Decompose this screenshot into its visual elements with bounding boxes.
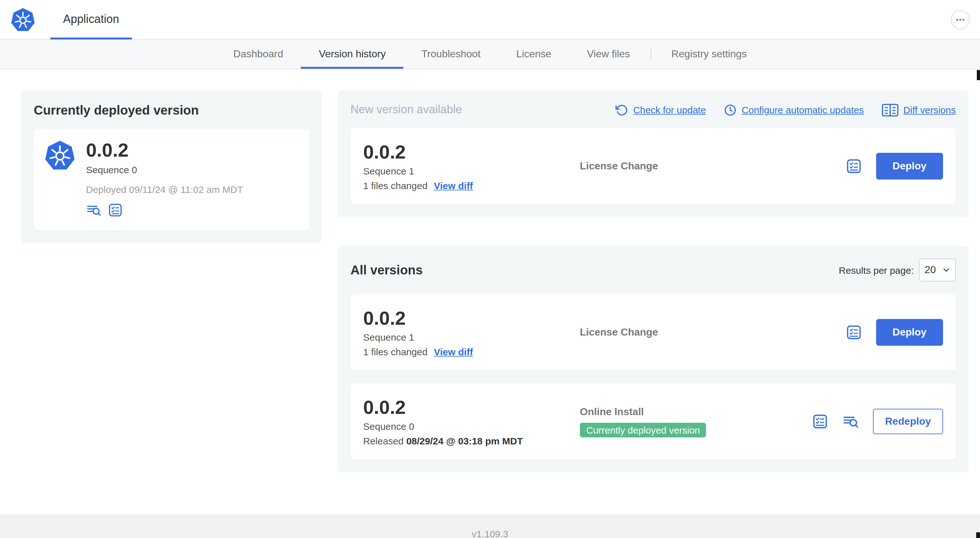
- check-for-update-label: Check for update: [633, 105, 706, 115]
- current-version-sequence: Sequence 0: [86, 164, 137, 175]
- view-diff-link[interactable]: View diff: [434, 347, 473, 357]
- files-changed: 1 files changed: [363, 347, 428, 357]
- version-number: 0.0.2: [363, 397, 580, 419]
- log-magnifier-icon: [86, 202, 101, 217]
- more-menu-button[interactable]: [951, 10, 970, 29]
- checklist-icon: [108, 202, 123, 217]
- new-version-panel: New version available Check for update C…: [338, 90, 969, 217]
- refresh-icon: [615, 103, 628, 116]
- screen-edge-artifact: [976, 532, 980, 538]
- tab-application[interactable]: Application: [50, 0, 132, 39]
- all-versions-panel: All versions Results per page: 20 0.0.2: [338, 246, 969, 473]
- diff-versions-link[interactable]: Diff versions: [881, 103, 956, 116]
- currently-deployed-title: Currently deployed version: [34, 103, 309, 118]
- nav-tab-troubleshoot[interactable]: Troubleshoot: [404, 40, 499, 69]
- view-deploy-logs-button[interactable]: [86, 202, 101, 217]
- version-sequence: Sequence 0: [363, 421, 580, 432]
- chevron-down-icon: [942, 266, 950, 274]
- nav-divider: [650, 48, 651, 60]
- nav-tab-label: Version history: [319, 48, 386, 60]
- version-source: Online Install: [580, 406, 812, 417]
- ellipsis-icon: [954, 13, 967, 26]
- active-tab-underline: [50, 38, 132, 40]
- nav-tab-registry-settings[interactable]: Registry settings: [654, 40, 765, 69]
- version-list: 0.0.2 Sequence 1 1 files changed View di…: [350, 294, 956, 460]
- version-row: 0.0.2 Sequence 0 Released 08/29/24 @ 03:…: [350, 383, 956, 460]
- version-source: License Change: [580, 327, 658, 338]
- version-history-column: New version available Check for update C…: [338, 90, 969, 473]
- kubernetes-logo-icon: [44, 140, 76, 171]
- all-versions-title: All versions: [350, 263, 423, 277]
- nav-tab-license[interactable]: License: [498, 40, 569, 69]
- release-notes-button[interactable]: [845, 158, 862, 175]
- view-diff-link[interactable]: View diff: [434, 181, 473, 191]
- results-per-page-label: Results per page:: [839, 265, 914, 275]
- release-notes-button[interactable]: [845, 324, 862, 341]
- current-version-card: 0.0.2 Sequence 0 Deployed 09/11/24 @ 11:…: [34, 129, 309, 230]
- files-changed: 1 files changed: [363, 181, 428, 191]
- nav-tab-label: Registry settings: [671, 48, 747, 60]
- checklist-icon: [845, 324, 862, 341]
- clock-icon: [724, 103, 737, 116]
- new-version-row: 0.0.2 Sequence 1 1 files changed View di…: [350, 128, 956, 205]
- release-notes-button[interactable]: [812, 413, 828, 430]
- version-number: 0.0.2: [363, 141, 580, 163]
- released-timestamp: Released 08/29/24 @ 03:18 pm MDT: [363, 436, 580, 447]
- nav-tab-label: View files: [587, 48, 630, 60]
- deploy-button[interactable]: Deploy: [876, 319, 943, 346]
- checklist-icon: [812, 413, 828, 430]
- deploy-button[interactable]: Deploy: [876, 153, 943, 179]
- view-deploy-logs-button[interactable]: [842, 413, 859, 430]
- nav-tab-label: Dashboard: [233, 48, 283, 60]
- nav-tab-label: Troubleshoot: [422, 48, 481, 60]
- version-row: 0.0.2 Sequence 1 1 files changed View di…: [350, 294, 956, 371]
- results-per-page-value: 20: [924, 264, 936, 276]
- currently-deployed-panel: Currently deployed version 0.0.2 Sequenc…: [21, 90, 322, 243]
- checklist-icon: [845, 158, 862, 175]
- log-magnifier-icon: [842, 413, 859, 430]
- deployed-timestamp: Deployed 09/11/24 @ 11:02 am MDT: [86, 184, 299, 195]
- check-for-update-link[interactable]: Check for update: [615, 103, 706, 116]
- configure-automatic-updates-label: Configure automatic updates: [742, 105, 864, 115]
- version-sequence: Sequence 1: [363, 332, 580, 343]
- currently-deployed-badge: Currently deployed version: [580, 422, 706, 437]
- admin-console: Application Dashboard Version history Tr…: [0, 0, 980, 538]
- current-version-number: 0.0.2: [86, 140, 137, 161]
- results-per-page-select[interactable]: 20: [919, 259, 956, 281]
- version-number: 0.0.2: [363, 308, 580, 330]
- console-version: v1.109.3: [471, 528, 508, 538]
- nav-tab-view-files[interactable]: View files: [570, 40, 648, 69]
- top-bar: Application: [0, 0, 980, 40]
- version-sequence: Sequence 1: [363, 166, 580, 177]
- new-version-title: New version available: [350, 103, 462, 116]
- section-nav: Dashboard Version history Troubleshoot L…: [0, 40, 980, 70]
- diff-versions-label: Diff versions: [903, 105, 956, 115]
- current-version-actions: [86, 202, 299, 217]
- nav-tab-label: License: [516, 48, 551, 60]
- configure-automatic-updates-link[interactable]: Configure automatic updates: [724, 103, 864, 116]
- version-source: License Change: [580, 160, 658, 171]
- application-tab-label: Application: [63, 13, 119, 26]
- kubernetes-logo-icon: [10, 7, 36, 32]
- results-per-page: Results per page: 20: [839, 259, 956, 281]
- release-notes-button[interactable]: [108, 202, 123, 217]
- main-content: Currently deployed version 0.0.2 Sequenc…: [0, 70, 980, 514]
- diff-table-icon: [881, 103, 898, 116]
- nav-tab-version-history[interactable]: Version history: [301, 40, 404, 69]
- redeploy-button[interactable]: Redeploy: [873, 409, 943, 434]
- update-actions: Check for update Configure automatic upd…: [615, 103, 956, 116]
- nav-tab-dashboard[interactable]: Dashboard: [215, 40, 301, 69]
- footer: v1.109.3: [0, 514, 980, 538]
- screen-edge-artifact: [977, 70, 980, 80]
